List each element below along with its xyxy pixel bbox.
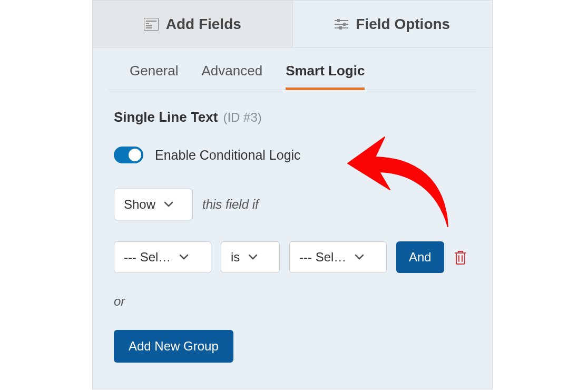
svg-rect-10 — [339, 26, 342, 30]
enable-conditional-logic-label: Enable Conditional Logic — [155, 148, 301, 163]
condition-field-value: --- Sel… — [124, 250, 171, 265]
sub-tab-bar: General Advanced Smart Logic — [109, 48, 476, 90]
enable-conditional-logic-toggle[interactable] — [114, 147, 143, 163]
svg-rect-8 — [343, 23, 346, 26]
sub-tab-advanced[interactable]: Advanced — [202, 63, 263, 90]
add-new-group-button[interactable]: Add New Group — [114, 330, 233, 363]
sub-tab-smart-logic[interactable]: Smart Logic — [286, 63, 365, 90]
trash-icon — [454, 249, 467, 265]
action-select-value: Show — [124, 197, 155, 212]
tab-field-options-label: Field Options — [356, 16, 450, 33]
action-select[interactable]: Show — [114, 189, 193, 220]
field-name: Single Line Text — [114, 109, 218, 125]
condition-operator-select[interactable]: is — [221, 241, 280, 273]
chevron-down-icon — [164, 201, 173, 208]
tab-add-fields-label: Add Fields — [166, 16, 241, 33]
tab-add-fields[interactable]: Add Fields — [93, 1, 292, 47]
svg-rect-6 — [337, 19, 340, 22]
field-id: (ID #3) — [223, 110, 261, 125]
chevron-down-icon — [179, 254, 189, 260]
form-icon — [144, 18, 159, 31]
field-title: Single Line Text (ID #3) — [114, 109, 471, 125]
top-tab-bar: Add Fields Field Options — [93, 1, 492, 48]
or-separator: or — [114, 294, 471, 309]
delete-condition-button[interactable] — [454, 249, 467, 265]
condition-value-select[interactable]: --- Sel… — [289, 241, 387, 273]
action-suffix: this field if — [202, 197, 259, 212]
sliders-icon — [335, 18, 348, 30]
tab-field-options[interactable]: Field Options — [292, 1, 493, 47]
condition-value-value: --- Sel… — [299, 250, 346, 265]
chevron-down-icon — [355, 254, 364, 260]
condition-operator-value: is — [231, 250, 240, 265]
toggle-knob — [129, 149, 141, 161]
sub-tab-general[interactable]: General — [130, 63, 179, 90]
condition-field-select[interactable]: --- Sel… — [114, 241, 211, 273]
chevron-down-icon — [248, 254, 258, 260]
add-and-condition-button[interactable]: And — [396, 241, 444, 273]
